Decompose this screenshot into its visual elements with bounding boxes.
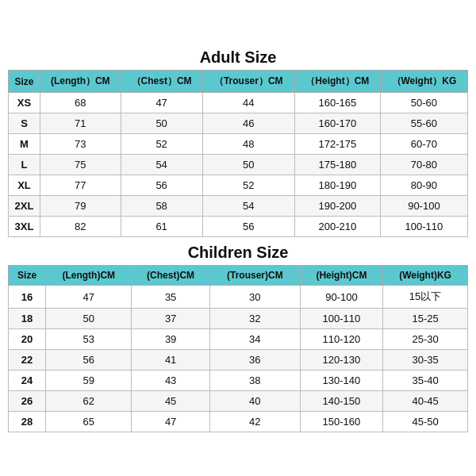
children-table-cell: 42 <box>209 412 300 432</box>
children-header-cell: (Height)CM <box>300 266 382 286</box>
adult-size-title: Adult Size <box>8 44 468 70</box>
adult-table-row: XL775652180-19080-90 <box>9 175 468 196</box>
children-table-cell: 35-40 <box>383 370 468 391</box>
children-table-cell: 35 <box>132 286 210 309</box>
children-table-cell: 16 <box>9 286 46 309</box>
adult-table-row: 2XL795854190-20090-100 <box>9 196 468 217</box>
adult-header-cell: （Height）CM <box>294 71 380 93</box>
children-table-cell: 50 <box>46 309 132 329</box>
children-table-cell: 37 <box>132 309 210 329</box>
adult-table-cell: 190-200 <box>294 196 380 217</box>
children-table-cell: 40 <box>209 391 300 412</box>
adult-table-cell: 60-70 <box>380 134 467 155</box>
adult-table-row: L755450175-18070-80 <box>9 155 468 175</box>
children-header-cell: Size <box>9 266 46 286</box>
children-table-cell: 30 <box>209 286 300 309</box>
adult-table-cell: 75 <box>40 155 121 175</box>
adult-table-cell: M <box>9 134 40 155</box>
children-table-cell: 32 <box>209 309 300 329</box>
adult-table-cell: XS <box>9 93 40 113</box>
children-table-cell: 15-25 <box>383 309 468 329</box>
children-table-cell: 90-100 <box>300 286 382 309</box>
adult-table-cell: S <box>9 113 40 134</box>
children-table-row: 20533934110-12025-30 <box>9 329 468 350</box>
adult-table-cell: 2XL <box>9 196 40 217</box>
children-table-cell: 24 <box>9 370 46 391</box>
children-table-cell: 140-150 <box>300 391 382 412</box>
adult-table-cell: 50-60 <box>380 93 467 113</box>
children-table-cell: 120-130 <box>300 350 382 370</box>
children-table-cell: 56 <box>46 350 132 370</box>
children-header-cell: (Chest)CM <box>132 266 210 286</box>
adult-table-cell: 52 <box>121 134 202 155</box>
adult-table-cell: 79 <box>40 196 121 217</box>
adult-table-cell: 58 <box>121 196 202 217</box>
children-table-row: 28654742150-16045-50 <box>9 412 468 432</box>
children-table-cell: 36 <box>209 350 300 370</box>
children-table-row: 26624540140-15040-45 <box>9 391 468 412</box>
adult-table-cell: 48 <box>202 134 294 155</box>
size-chart-container: Adult Size Size(Length）CM（Chest）CM（Trous… <box>8 44 468 432</box>
children-table-cell: 47 <box>46 286 132 309</box>
adult-header-cell: (Length）CM <box>40 71 121 93</box>
adult-table-cell: 50 <box>202 155 294 175</box>
children-table-cell: 62 <box>46 391 132 412</box>
adult-table-cell: 82 <box>40 217 121 237</box>
children-table-cell: 59 <box>46 370 132 391</box>
children-table-cell: 34 <box>209 329 300 350</box>
children-table-cell: 40-45 <box>383 391 468 412</box>
adult-header-cell: Size <box>9 71 40 93</box>
adult-table-row: XS684744160-16550-60 <box>9 93 468 113</box>
children-table-cell: 38 <box>209 370 300 391</box>
adult-table-cell: 54 <box>202 196 294 217</box>
children-table-cell: 65 <box>46 412 132 432</box>
children-table-cell: 15以下 <box>383 286 468 309</box>
children-size-table: Size(Length)CM(Chest)CM(Trouser)CM(Heigh… <box>8 265 468 432</box>
adult-table-row: M735248172-17560-70 <box>9 134 468 155</box>
adult-table-cell: 56 <box>121 175 202 196</box>
children-table-cell: 100-110 <box>300 309 382 329</box>
adult-table-cell: 44 <box>202 93 294 113</box>
children-table-cell: 130-140 <box>300 370 382 391</box>
adult-table-row: 3XL826156200-210100-110 <box>9 217 468 237</box>
adult-table-cell: 73 <box>40 134 121 155</box>
adult-table-cell: 71 <box>40 113 121 134</box>
adult-table-cell: 180-190 <box>294 175 380 196</box>
children-table-cell: 41 <box>132 350 210 370</box>
children-table-cell: 53 <box>46 329 132 350</box>
children-table-cell: 45 <box>132 391 210 412</box>
adult-table-cell: L <box>9 155 40 175</box>
children-table-cell: 47 <box>132 412 210 432</box>
children-table-cell: 18 <box>9 309 46 329</box>
adult-table-cell: 160-165 <box>294 93 380 113</box>
adult-table-cell: 50 <box>121 113 202 134</box>
adult-table-cell: XL <box>9 175 40 196</box>
children-table-row: 24594338130-14035-40 <box>9 370 468 391</box>
adult-table-cell: 47 <box>121 93 202 113</box>
children-table-cell: 26 <box>9 391 46 412</box>
adult-table-cell: 52 <box>202 175 294 196</box>
adult-table-cell: 56 <box>202 217 294 237</box>
adult-table-cell: 175-180 <box>294 155 380 175</box>
adult-table-cell: 160-170 <box>294 113 380 134</box>
adult-table-row: S715046160-17055-60 <box>9 113 468 134</box>
children-table-cell: 20 <box>9 329 46 350</box>
adult-table-cell: 70-80 <box>380 155 467 175</box>
adult-table-cell: 172-175 <box>294 134 380 155</box>
adult-header-cell: （Weight）KG <box>380 71 467 93</box>
children-header-cell: (Weight)KG <box>383 266 468 286</box>
children-table-cell: 30-35 <box>383 350 468 370</box>
adult-table-cell: 3XL <box>9 217 40 237</box>
adult-table-cell: 46 <box>202 113 294 134</box>
adult-header-cell: （Chest）CM <box>121 71 202 93</box>
children-table-cell: 25-30 <box>383 329 468 350</box>
adult-size-table: Size(Length）CM（Chest）CM（Trouser）CM（Heigh… <box>8 70 468 237</box>
children-table-cell: 110-120 <box>300 329 382 350</box>
children-table-cell: 28 <box>9 412 46 432</box>
adult-table-cell: 80-90 <box>380 175 467 196</box>
adult-table-cell: 54 <box>121 155 202 175</box>
adult-table-cell: 200-210 <box>294 217 380 237</box>
children-table-cell: 39 <box>132 329 210 350</box>
children-table-cell: 45-50 <box>383 412 468 432</box>
children-table-row: 18503732100-11015-25 <box>9 309 468 329</box>
